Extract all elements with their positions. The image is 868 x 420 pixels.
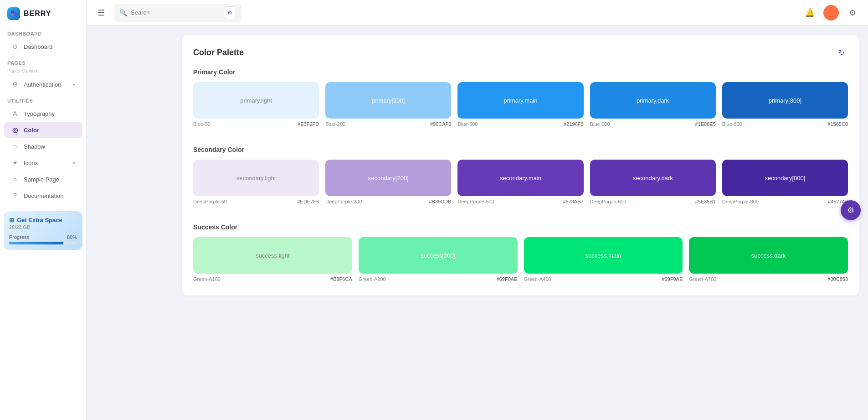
primary-color-row: primary.lightBlue-50#E3F2FDprimary[200]B…: [193, 82, 848, 127]
page-title: Color Palette: [193, 48, 244, 57]
sidebar-item-icons[interactable]: ✦ Icons ▾: [4, 155, 82, 171]
sidebar-item-typography-label: Typography: [24, 110, 55, 117]
sidebar-item-sample-page[interactable]: ○ Sample Page: [4, 171, 82, 187]
progress-label-text: Progress: [9, 234, 29, 240]
color-swatch: primary.light: [193, 82, 319, 119]
auth-icon: ⚙: [11, 80, 19, 88]
documentation-icon: ?: [11, 192, 19, 200]
color-card: secondary.mainDeepPurple-500#673AB7: [457, 160, 583, 204]
typography-icon: A: [11, 109, 19, 118]
progress-bar-fill: [9, 242, 63, 244]
sidebar-bottom-subtitle: 28/23 GB: [9, 224, 77, 230]
color-card: primary[800]Blue-800#1565C0: [722, 82, 848, 127]
color-info: DeepPurple-500#673AB7: [457, 199, 583, 204]
sidebar-item-shadow[interactable]: ○ Shadow: [4, 139, 82, 154]
color-hex-value: #EDE7F6: [298, 199, 319, 204]
main-content: Color Palette ↻ Primary Color primary.li…: [173, 26, 868, 420]
progress-value: 80%: [67, 234, 77, 240]
sidebar-item-color-label: Color: [24, 127, 39, 134]
color-label-name: DeepPurple-200: [325, 199, 362, 204]
color-info: Blue-500#2196F3: [457, 121, 583, 127]
sidebar-item-sample-page-label: Sample Page: [24, 176, 59, 183]
color-card: primary.darkBlue-600#1E88E5: [590, 82, 716, 127]
section-utilities-label: Utilities: [0, 93, 86, 105]
color-palette-card: Color Palette ↻ Primary Color primary.li…: [182, 35, 859, 296]
search-input[interactable]: [131, 9, 220, 16]
table-icon: ⊞: [9, 217, 14, 223]
sidebar-item-documentation[interactable]: ? Documentation: [4, 188, 82, 203]
avatar[interactable]: [823, 5, 839, 21]
card-title-row: Color Palette ↻: [193, 46, 848, 59]
color-label-name: Green-A200: [359, 276, 386, 282]
color-info: DeepPurple-200#B39DDB: [325, 199, 451, 204]
settings-button[interactable]: ⚙: [844, 5, 861, 21]
color-card: success.darkGreen-A700#00C853: [689, 237, 848, 282]
sidebar-item-authentication-label: Authentication: [24, 81, 61, 88]
sidebar-item-authentication[interactable]: ⚙ Authentication ▾: [4, 77, 82, 92]
color-hex-value: #1E88E5: [695, 121, 716, 127]
sidebar-item-icons-label: Icons: [24, 160, 38, 166]
icons-icon: ✦: [11, 159, 19, 167]
progress-label-row: Progress 80%: [9, 234, 77, 240]
refresh-button[interactable]: ↻: [834, 46, 848, 59]
notification-button[interactable]: 🔔: [801, 5, 818, 21]
section-pages-label: Pages: [0, 55, 86, 67]
sidebar-bottom-title[interactable]: ⊞ Get Extra Space: [9, 217, 77, 223]
color-swatch: secondary.light: [193, 160, 319, 196]
color-hex-value: #90CAF9: [430, 121, 451, 127]
color-label-name: DeepPurple-600: [590, 199, 627, 204]
shadow-icon: ○: [11, 142, 19, 150]
color-info: Green-A400#69F0AE: [524, 276, 683, 282]
color-label-name: Blue-200: [325, 121, 345, 127]
section-dashboard-label: Dashboard: [0, 26, 86, 38]
color-icon: ◎: [11, 126, 19, 134]
color-hex-value: #5E35B1: [695, 199, 716, 204]
color-swatch: primary[800]: [722, 82, 848, 119]
color-swatch: primary.main: [457, 82, 583, 119]
secondary-color-section-label: Secondary Color: [193, 146, 848, 153]
search-icon: 🔍: [119, 9, 127, 16]
color-label-name: Green-A100: [193, 276, 221, 282]
color-hex-value: #69F0AE: [497, 276, 518, 282]
logo-text: BERRY: [24, 10, 51, 18]
color-card: success[200]Green-A200#69F0AE: [359, 237, 518, 282]
color-card: primary.mainBlue-500#2196F3: [457, 82, 583, 127]
color-hex-value: #E3F2FD: [298, 121, 319, 127]
color-swatch: success[200]: [359, 237, 518, 274]
sidebar-item-typography[interactable]: A Typography: [4, 106, 82, 121]
sample-page-icon: ○: [11, 175, 19, 183]
color-card: secondary[200]DeepPurple-200#B39DDB: [325, 160, 451, 204]
chevron-down-icon: ▾: [73, 161, 75, 166]
dashboard-icon: ⊙: [11, 42, 19, 51]
color-label-name: DeepPurple-800: [722, 199, 759, 204]
sidebar-item-dashboard-label: Dashboard: [24, 43, 53, 50]
color-label-name: Blue-800: [722, 121, 742, 127]
menu-toggle-button[interactable]: ☰: [94, 5, 108, 20]
sidebar-item-dashboard[interactable]: ⊙ Dashboard: [4, 39, 82, 54]
color-card: success.mainGreen-A400#69F0AE: [524, 237, 683, 282]
color-card: success.lightGreen-A100#B9F6CA: [193, 237, 352, 282]
color-card: primary[200]Blue-200#90CAF9: [325, 82, 451, 127]
color-label-name: DeepPurple-50: [193, 199, 227, 204]
topbar: ☰ 🔍 ⚙ 🔔 ⚙: [87, 0, 868, 26]
color-swatch: secondary[200]: [325, 160, 451, 196]
progress-bar-background: [9, 242, 77, 244]
sidebar-item-documentation-label: Documentation: [24, 192, 63, 199]
color-hex-value: #69F0AE: [662, 276, 683, 282]
color-info: Green-A100#B9F6CA: [193, 276, 352, 282]
floating-action-button[interactable]: ⚙: [841, 200, 861, 220]
sidebar-bottom-card: ⊞ Get Extra Space 28/23 GB Progress 80%: [4, 211, 82, 250]
color-swatch: success.main: [524, 237, 683, 274]
color-label-name: Blue-500: [457, 121, 478, 127]
color-label-name: DeepPurple-500: [457, 199, 494, 204]
color-hex-value: #673AB7: [563, 199, 583, 204]
search-filter-button[interactable]: ⚙: [224, 6, 236, 19]
color-hex-value: #2196F3: [564, 121, 583, 127]
sidebar-item-color[interactable]: ◎ Color: [4, 122, 82, 138]
color-label-name: Blue-600: [590, 121, 610, 127]
color-hex-value: #00C853: [827, 276, 848, 282]
success-color-section-label: Success Color: [193, 223, 848, 231]
color-info: Green-A700#00C853: [689, 276, 848, 282]
logo[interactable]: 🫐 BERRY: [0, 0, 86, 26]
color-swatch: secondary.dark: [590, 160, 716, 196]
